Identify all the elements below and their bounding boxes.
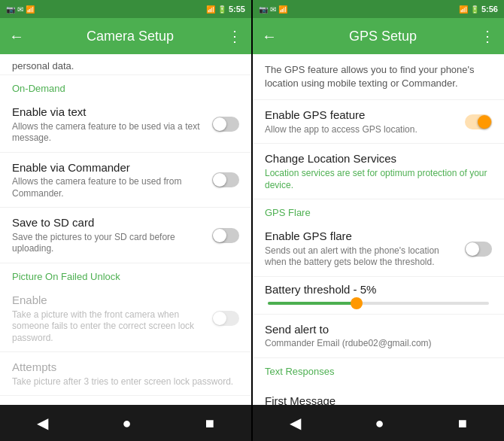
status-bar-right: 📷 ✉ 📶 📶 🔋 5:56 <box>253 0 504 18</box>
battery-icon-right: 🔋 <box>470 5 479 14</box>
enable-via-text-toggle[interactable] <box>212 117 239 132</box>
notification-icons-right: 📷 ✉ 📶 <box>259 5 287 14</box>
slider-thumb[interactable] <box>351 297 363 309</box>
enable-gps-toggle[interactable] <box>465 114 492 129</box>
first-message-item[interactable]: First Message <box>253 380 504 405</box>
send-picture-to-item: Send picture to Commander Email (rdube02… <box>0 396 251 405</box>
app-bar-left: ← Camera Setup ⋮ <box>0 18 251 54</box>
attempts-desc: Take picture after 3 tries to enter scre… <box>12 376 239 388</box>
app-bar-title-left: Camera Setup <box>33 29 227 44</box>
battery-threshold-container: Battery threshold - 5% <box>253 277 504 315</box>
enable-failed-desc: Take a picture with the front camera whe… <box>12 309 206 345</box>
app-bar-right: ← GPS Setup ⋮ <box>253 18 504 54</box>
nav-recent-left[interactable]: ■ <box>205 415 214 432</box>
time-right: 5:56 <box>481 5 498 14</box>
slider-fill <box>268 302 357 305</box>
enable-gps-desc: Allow the app to access GPS location. <box>265 124 459 136</box>
time-left: 5:55 <box>229 5 245 14</box>
enable-via-commander-desc: Allows the camera feature to be used fro… <box>12 176 206 199</box>
menu-button-left[interactable]: ⋮ <box>227 27 242 45</box>
save-to-sd-desc: Save the pictures to your SD card before… <box>12 232 206 255</box>
enable-gps-flare-desc: Sends out an alert with the phone's loca… <box>265 245 459 269</box>
gps-setup-screen: 📷 ✉ 📶 📶 🔋 5:56 ← GPS Setup ⋮ The GPS fea… <box>253 0 504 441</box>
gps-intro: The GPS feature allows you to find your … <box>253 54 504 100</box>
change-location-desc: Location services are set for optimum pr… <box>265 168 492 191</box>
camera-setup-screen: 📷 ✉ 📶 📶 🔋 5:55 ← Camera Setup ⋮ personal… <box>0 0 251 441</box>
change-location-title: Change Location Services <box>265 151 492 166</box>
app-bar-title-right: GPS Setup <box>286 29 480 44</box>
enable-failed-toggle <box>212 311 239 326</box>
enable-via-commander-item[interactable]: Enable via Commander Allows the camera f… <box>0 153 251 208</box>
nav-back-left[interactable]: ◀ <box>37 414 48 432</box>
gps-setup-content: The GPS feature allows you to find your … <box>253 54 504 405</box>
save-to-sd-item[interactable]: Save to SD card Save the pictures to you… <box>0 208 251 263</box>
menu-button-right[interactable]: ⋮ <box>480 27 495 45</box>
enable-gps-item[interactable]: Enable GPS feature Allow the app to acce… <box>253 100 504 144</box>
wifi-icon-right: 📶 <box>459 5 468 14</box>
nav-bar-right: ◀ ● ■ <box>253 405 504 441</box>
change-location-item[interactable]: Change Location Services Location servic… <box>253 144 504 199</box>
enable-via-text-item[interactable]: Enable via text Allows the camera featur… <box>0 97 251 153</box>
first-message-title: First Message <box>265 394 492 405</box>
nav-recent-right[interactable]: ■ <box>458 415 467 432</box>
nav-back-right[interactable]: ◀ <box>290 414 301 432</box>
nav-bar-left: ◀ ● ■ <box>0 405 251 441</box>
attempts-item: Attempts Take picture after 3 tries to e… <box>0 352 251 396</box>
gps-flare-header: GPS Flare <box>253 199 504 221</box>
failed-unlock-header: Picture On Failed Unlock <box>0 263 251 285</box>
back-button-right[interactable]: ← <box>262 28 277 45</box>
enable-gps-title: Enable GPS feature <box>265 108 459 123</box>
send-alert-title: Send alert to <box>265 322 492 337</box>
back-button-left[interactable]: ← <box>9 28 24 45</box>
save-to-sd-toggle[interactable] <box>212 228 239 243</box>
battery-icon: 🔋 <box>217 5 226 14</box>
enable-gps-flare-item[interactable]: Enable GPS flare Sends out an alert with… <box>253 221 504 277</box>
enable-failed-item: Enable Take a picture with the front cam… <box>0 285 251 352</box>
enable-via-text-title: Enable via text <box>12 105 206 120</box>
text-responses-header: Text Responses <box>253 358 504 380</box>
enable-gps-flare-toggle[interactable] <box>465 242 492 257</box>
enable-via-text-desc: Allows the camera feature to be used via… <box>12 121 206 144</box>
send-alert-item: Send alert to Commander Email (rdube02@g… <box>253 315 504 358</box>
enable-via-commander-title: Enable via Commander <box>12 160 206 175</box>
enable-failed-title: Enable <box>12 293 206 308</box>
attempts-title: Attempts <box>12 360 239 375</box>
battery-threshold-label: Battery threshold - 5% <box>265 283 492 296</box>
send-alert-desc: Commander Email (rdube02@gmail.com) <box>265 338 492 350</box>
wifi-icon: 📶 <box>206 5 215 14</box>
nav-home-left[interactable]: ● <box>122 415 131 432</box>
battery-threshold-track[interactable] <box>268 302 489 305</box>
enable-via-commander-toggle[interactable] <box>212 172 239 187</box>
personal-data-snippet: personal data. <box>0 54 251 75</box>
on-demand-header: On-Demand <box>0 75 251 97</box>
nav-home-right[interactable]: ● <box>375 415 384 432</box>
camera-setup-content: personal data. On-Demand Enable via text… <box>0 54 251 405</box>
status-bar-left: 📷 ✉ 📶 📶 🔋 5:55 <box>0 0 251 18</box>
enable-gps-flare-title: Enable GPS flare <box>265 229 459 244</box>
save-to-sd-title: Save to SD card <box>12 215 206 230</box>
notification-icons: 📷 ✉ 📶 <box>6 5 35 14</box>
